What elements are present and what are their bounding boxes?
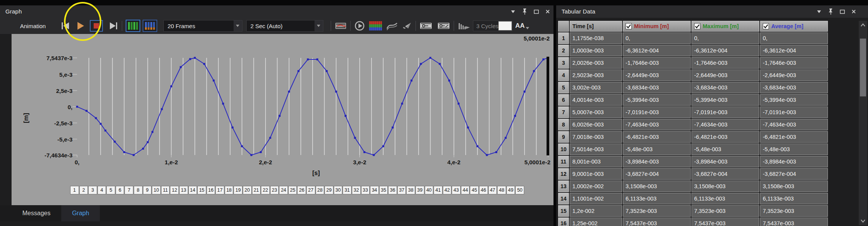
row-number-cell[interactable]: 16 — [558, 218, 569, 226]
table-cell[interactable]: 6,1133e-003 — [760, 193, 828, 204]
result-bars-blue-icon[interactable] — [143, 20, 157, 32]
tab-graph[interactable]: Graph — [61, 205, 100, 221]
column-header[interactable]: Maximum [m] — [691, 21, 759, 32]
table-cell[interactable]: 3,002e-003 — [570, 82, 622, 93]
pin-icon[interactable] — [827, 8, 834, 15]
table-cell[interactable]: 6,0026e-003 — [570, 119, 622, 130]
table-cell[interactable]: -1,7646e-003 — [623, 57, 691, 69]
frame-number-box[interactable]: 19 — [234, 186, 242, 194]
column-checkbox[interactable] — [694, 23, 700, 29]
table-cell[interactable]: -7,4634e-003 — [760, 119, 828, 130]
row-number-cell[interactable]: 12 — [558, 168, 569, 180]
frame-number-box[interactable]: 7 — [124, 186, 133, 194]
table-cell[interactable]: -5,3994e-003 — [691, 94, 759, 106]
deformation-chart[interactable]: 7,5437e-35,e-32,5e-30,-2,5e-3-5,e-3-7,46… — [12, 34, 553, 205]
column-header[interactable]: Minimum [m] — [623, 21, 691, 32]
table-cell[interactable]: -5,3994e-003 — [760, 94, 828, 106]
row-number-cell[interactable]: 11 — [558, 156, 569, 167]
frame-number-box[interactable]: 2 — [79, 186, 88, 194]
table-cell[interactable]: 4,0014e-003 — [570, 94, 622, 106]
skip-to-start-button[interactable] — [61, 21, 71, 30]
vertical-scrollbar[interactable] — [859, 21, 867, 225]
table-cell[interactable]: 7,3523e-003 — [760, 205, 828, 217]
table-cell[interactable]: -5,48e-003 — [623, 143, 691, 155]
column-header[interactable]: Average [m] — [760, 21, 828, 32]
maximize-icon[interactable] — [533, 8, 540, 15]
table-cell[interactable]: -3,8984e-003 — [623, 156, 691, 167]
table-cell[interactable]: -1,7646e-003 — [760, 57, 828, 69]
table-cell[interactable]: -1,7646e-003 — [691, 57, 759, 69]
frame-number-box[interactable]: 5 — [106, 186, 115, 194]
frame-number-box[interactable]: 11 — [161, 186, 170, 194]
frame-number-box[interactable]: 22 — [261, 186, 270, 194]
frame-number-box[interactable]: 28 — [316, 186, 325, 194]
table-cell[interactable]: -2,6449e-003 — [691, 69, 759, 81]
stop-button[interactable] — [90, 20, 103, 32]
frame-number-box[interactable]: 37 — [397, 186, 406, 194]
frame-number-box[interactable]: 32 — [352, 186, 361, 194]
frame-number-box[interactable]: 23 — [270, 186, 279, 194]
table-cell[interactable]: 1,1755e-038 — [570, 32, 622, 44]
export-video-icon[interactable] — [335, 21, 347, 30]
chevron-down-icon[interactable] — [816, 8, 823, 15]
table-cell[interactable]: 5,0007e-003 — [570, 106, 622, 118]
table-cell[interactable]: 6,1133e-003 — [623, 193, 691, 204]
frame-number-box[interactable]: 35 — [379, 186, 388, 194]
table-cell[interactable]: -7,4634e-003 — [691, 119, 759, 130]
frame-number-box[interactable]: 17 — [215, 186, 224, 194]
row-number-cell[interactable]: 6 — [558, 94, 569, 106]
frame-number-box[interactable]: 49 — [506, 186, 515, 194]
row-number-cell[interactable]: 1 — [558, 32, 569, 44]
frame-number-box[interactable]: 29 — [325, 186, 333, 194]
close-icon[interactable] — [544, 8, 551, 15]
table-cell[interactable]: 3,1508e-003 — [623, 180, 691, 192]
maximize-icon[interactable] — [839, 8, 846, 15]
table-cell[interactable]: -3,6834e-003 — [691, 82, 759, 93]
column-header[interactable]: Time [s] — [570, 21, 622, 32]
table-cell[interactable]: -3,6827e-004 — [623, 168, 691, 180]
row-number-cell[interactable]: 8 — [558, 119, 569, 130]
table-cell[interactable]: -3,8984e-003 — [760, 156, 828, 167]
rgb-legend-icon[interactable] — [369, 21, 382, 30]
chevron-down-icon[interactable] — [510, 8, 516, 15]
frame-number-box[interactable]: 43 — [452, 186, 461, 194]
row-number-cell[interactable]: 3 — [558, 57, 569, 69]
table-cell[interactable]: 6,1133e-003 — [691, 193, 759, 204]
frame-number-box[interactable]: 12 — [170, 186, 179, 194]
frame-number-box[interactable]: 21 — [252, 186, 261, 194]
table-cell[interactable]: 7,5437e-003 — [760, 218, 828, 226]
table-cell[interactable]: -6,3612e-004 — [760, 45, 828, 56]
result-bars-green-icon[interactable] — [126, 20, 140, 32]
curves-icon[interactable] — [386, 21, 398, 31]
table-cell[interactable]: 1,2e-002 — [570, 205, 622, 217]
table-cell[interactable]: 1,1001e-002 — [570, 193, 622, 204]
frame-number-box[interactable]: 1 — [70, 186, 79, 194]
table-cell[interactable]: -5,48e-003 — [760, 143, 828, 155]
dart-icon[interactable] — [401, 21, 412, 30]
film-key-icon[interactable] — [419, 21, 432, 30]
table-cell[interactable]: -6,3612e-004 — [691, 45, 759, 56]
frame-number-box[interactable]: 8 — [134, 186, 143, 194]
frame-number-box[interactable]: 24 — [279, 186, 288, 194]
frame-number-box[interactable]: 50 — [515, 186, 524, 194]
table-cell[interactable]: -2,6449e-003 — [623, 69, 691, 81]
frame-number-box[interactable]: 38 — [406, 186, 415, 194]
skip-to-end-button[interactable] — [108, 21, 118, 30]
frame-number-box[interactable]: 13 — [179, 186, 188, 194]
frame-number-box[interactable]: 47 — [488, 186, 497, 194]
table-cell[interactable]: -6,4821e-003 — [691, 131, 759, 143]
table-cell[interactable]: 3,1508e-003 — [760, 180, 828, 192]
frame-number-box[interactable]: 41 — [434, 186, 442, 194]
column-checkbox[interactable] — [763, 23, 769, 29]
table-cell[interactable]: 9,0001e-003 — [570, 168, 622, 180]
film-key-record-icon[interactable] — [437, 21, 450, 30]
row-number-cell[interactable]: 14 — [558, 193, 569, 204]
row-number-cell[interactable]: 13 — [558, 180, 569, 192]
table-cell[interactable]: -3,6827e-004 — [760, 168, 828, 180]
frame-number-box[interactable]: 20 — [243, 186, 252, 194]
frame-number-box[interactable]: 48 — [497, 186, 506, 194]
table-cell[interactable]: 2,5023e-003 — [570, 69, 622, 81]
table-cell[interactable]: 7,5014e-003 — [570, 143, 622, 155]
table-cell[interactable]: 7,3523e-003 — [623, 205, 691, 217]
pin-icon[interactable] — [521, 8, 528, 15]
